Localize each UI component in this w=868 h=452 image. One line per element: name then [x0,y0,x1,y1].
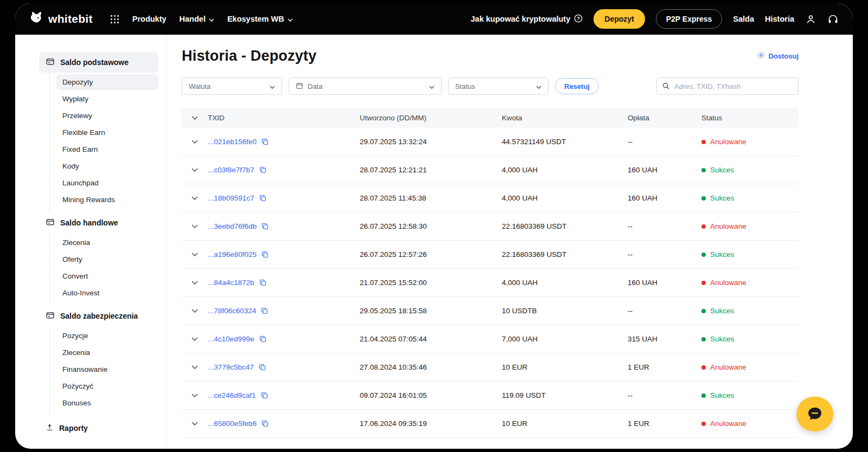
sidebar-header-saldo-podstawowe[interactable]: Saldo podstawowe [39,52,158,73]
copy-icon[interactable] [260,307,269,315]
sidebar-item[interactable]: Depozyty [56,74,158,90]
copy-icon[interactable] [258,363,266,371]
search-input[interactable] [656,78,799,95]
sidebar-item[interactable]: Bonuses [56,395,158,411]
row-expand-chevron-icon[interactable] [192,422,198,425]
table-row: ...78f06c60324 29.05.2025 18:15:58 10 US… [182,297,799,325]
copy-icon[interactable] [259,279,267,287]
txid-link[interactable]: ...ce246d9caf1 [208,391,256,399]
whitebit-logo[interactable]: whitebit [29,11,93,27]
copy-icon[interactable] [259,166,267,174]
apps-grid-icon[interactable] [110,15,119,24]
top-nav: whitebit Produkty Handel Ekosystem WB Ja… [15,3,853,35]
user-icon[interactable] [805,14,816,25]
sidebar-item[interactable]: Auto-Invest [56,285,158,301]
txid-link[interactable]: ...021eb156fe0 [208,138,257,146]
row-expand-chevron-icon[interactable] [192,196,198,200]
chevron-down-icon [288,15,293,23]
sidebar-item[interactable]: Zlecenia [56,345,158,360]
created-cell: 28.07.2025 11:45:38 [360,194,502,202]
row-expand-chevron-icon[interactable] [192,365,198,369]
nav-item-salda[interactable]: Salda [733,15,754,23]
customize-link[interactable]: Dostosuj [757,51,799,61]
status-cell: Anulowane [701,363,799,371]
row-expand-chevron-icon[interactable] [192,168,198,172]
currency-filter-select[interactable]: Waluta [182,78,282,95]
sidebar-item-label: Kody [62,162,79,170]
copy-icon[interactable] [261,222,269,230]
status-cell: Anulowane [701,138,799,146]
row-expand-chevron-icon[interactable] [192,309,198,313]
txid-link[interactable]: ...84a4c1872b [208,279,254,287]
column-header-status: Status [701,114,799,122]
copy-icon[interactable] [259,335,267,343]
txid-link[interactable]: ...3779c5bc47 [208,363,254,371]
created-cell: 29.05.2025 18:15:58 [360,307,502,315]
status-label: Anulowane [710,363,746,371]
sidebar-item-label: Auto-Invest [62,289,99,297]
sidebar-item[interactable]: Finansowanie [56,361,158,377]
sidebar-item[interactable]: Kody [56,158,158,174]
sidebar-item[interactable]: Pożyczyć [56,378,158,394]
sidebar-item[interactable]: Flexible Earn [56,125,158,140]
reset-filters-button[interactable]: Resetuj [555,78,599,94]
row-expand-chevron-icon[interactable] [192,224,198,228]
chat-bubble-icon [806,405,824,424]
sidebar-item[interactable]: Convert [56,268,158,284]
txid-link[interactable]: ...4c10ed999e [208,335,254,343]
txid-link[interactable]: ...78f06c60324 [208,307,256,315]
nav-item-handel[interactable]: Handel [180,15,214,23]
chat-widget-button[interactable] [796,397,833,431]
txid-link[interactable]: ...c03f8e7f7b7 [208,166,254,174]
sidebar-item-label: Finansowanie [62,365,107,373]
sidebar-item-label: Bonuses [62,399,91,407]
txid-link[interactable]: ...a196e80f025 [208,250,257,259]
amount-cell: 22.16803369 USDT [502,222,628,230]
row-expand-chevron-icon[interactable] [192,281,198,285]
sidebar-header-saldo-handlowe[interactable]: Saldo handlowe [39,212,158,233]
txid-link[interactable]: ...65800e5feb6 [208,419,257,428]
p2p-express-button[interactable]: P2P Express [656,9,723,29]
copy-icon[interactable] [261,250,269,259]
row-expand-chevron-icon[interactable] [192,253,198,256]
copy-icon[interactable] [261,419,269,428]
date-filter-select[interactable]: Data [289,78,442,95]
sidebar-header-saldo-zabezpieczenia[interactable]: Saldo zabezpieczenia [39,306,158,326]
page-title: Historia - Depozyty [182,48,316,64]
nav-item-ekosystem[interactable]: Ekosystem WB [227,15,293,23]
sidebar-item[interactable]: Wypłaty [56,91,158,107]
status-cell: Sukces [701,250,799,259]
copy-icon[interactable] [260,391,269,399]
sidebar-item[interactable]: Mining Rewards [56,192,158,208]
support-headphones-icon[interactable] [827,14,839,25]
nav-item-produkty[interactable]: Produkty [132,15,167,23]
sidebar-item[interactable]: Fixed Earn [56,141,158,157]
app-window: whitebit Produkty Handel Ekosystem WB Ja… [15,3,853,449]
amount-cell: 10 EUR [502,419,628,428]
created-cell: 26.07.2025 12:57:26 [360,250,502,259]
deposit-button[interactable]: Depozyt [593,9,644,29]
copy-icon[interactable] [261,138,269,146]
table-body: ...021eb156fe0 29.07.2025 13:32:24 44.57… [182,128,799,438]
fee-cell: -- [628,307,701,315]
sidebar-item-raporty[interactable]: Raporty [39,418,158,438]
copy-icon[interactable] [259,194,267,202]
search-icon [662,82,670,92]
sidebar-item[interactable]: Pozycje [56,328,158,344]
sidebar-item[interactable]: Przelewy [56,108,158,124]
sidebar-item-label: Pożyczyć [62,382,93,390]
nav-item-historia[interactable]: Historia [765,15,794,23]
nav-item-help[interactable]: Jak kupować kryptowaluty ? [471,14,583,24]
sidebar-item[interactable]: Zlecenia [56,235,158,250]
row-expand-chevron-icon[interactable] [192,140,198,144]
column-header-fee: Opłata [628,114,701,122]
status-filter-select[interactable]: Status [448,78,548,95]
sidebar-item[interactable]: Oferty [56,251,158,267]
txid-link[interactable]: ...18b09591c7 [208,194,254,202]
status-cell: Anulowane [701,419,799,428]
row-expand-chevron-icon[interactable] [192,337,198,341]
sidebar-item[interactable]: Launchpad [56,175,158,191]
txid-link[interactable]: ...3eebd76f6db [208,222,257,230]
created-cell: 28.07.2025 12:21:21 [360,166,502,174]
row-expand-chevron-icon[interactable] [192,393,198,397]
